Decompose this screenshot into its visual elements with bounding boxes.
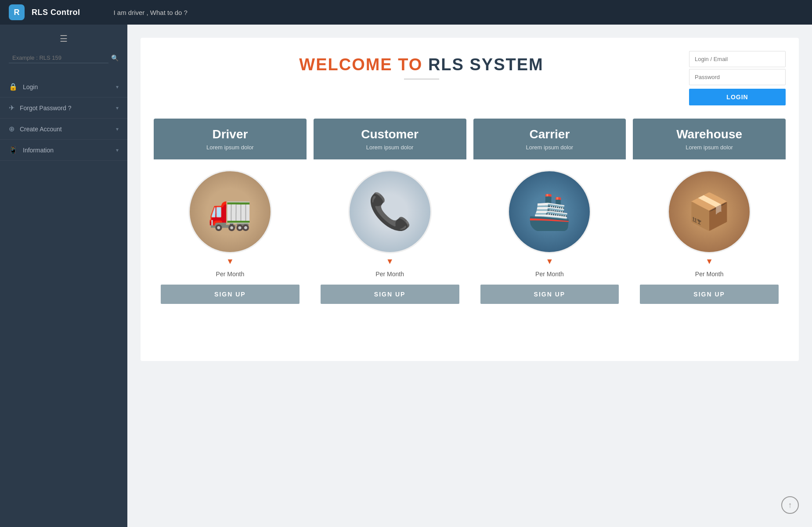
chevron-down-icon-2: ▾ bbox=[116, 105, 119, 111]
customer-image: 📞 bbox=[348, 170, 432, 253]
card-subtitle-warehouse: Lorem ipsum dolor bbox=[642, 144, 777, 151]
carrier-image: 🚢 bbox=[508, 170, 591, 253]
card-header-customer: Customer Lorem ipsum dolor bbox=[314, 119, 466, 159]
sidebar-menu-icon[interactable]: ☰ bbox=[0, 33, 127, 44]
logo-letter: R bbox=[14, 8, 20, 17]
welcome-title-block: WELCOME TO RLS SYSTEM bbox=[154, 51, 689, 79]
card-subtitle-carrier: Lorem ipsum dolor bbox=[482, 144, 617, 151]
sidebar-label-information: Information bbox=[23, 147, 54, 154]
welcome-title-part1: WELCOME TO bbox=[299, 55, 422, 74]
welcome-title: WELCOME TO RLS SYSTEM bbox=[154, 55, 689, 74]
customer-price: Per Month bbox=[375, 271, 404, 278]
mobile-icon: 📱 bbox=[9, 146, 18, 154]
driver-signup-button[interactable]: SIGN UP bbox=[161, 285, 300, 304]
card-header-carrier: Carrier Lorem ipsum dolor bbox=[473, 119, 626, 159]
driver-arrow-icon: ▼ bbox=[226, 257, 234, 266]
card-subtitle-customer: Lorem ipsum dolor bbox=[322, 144, 458, 151]
chevron-down-icon: ▾ bbox=[116, 84, 119, 90]
login-email-input[interactable] bbox=[689, 51, 786, 67]
card-title-customer: Customer bbox=[322, 127, 458, 141]
service-card-carrier: Carrier Lorem ipsum dolor 🚢 ▼ Per Month … bbox=[473, 119, 626, 313]
plus-circle-icon: ⊕ bbox=[9, 125, 14, 133]
logo-icon: R bbox=[9, 4, 25, 20]
welcome-title-part2: RLS SYSTEM bbox=[428, 55, 544, 74]
login-button[interactable]: LOGIN bbox=[689, 89, 786, 105]
bottom-bar bbox=[154, 321, 786, 348]
carrier-signup-button[interactable]: SIGN UP bbox=[480, 285, 619, 304]
cards-grid: Driver Lorem ipsum dolor 🚛 ▼ Per Month S… bbox=[154, 119, 786, 313]
card-title-warehouse: Warehouse bbox=[642, 127, 777, 141]
welcome-header: WELCOME TO RLS SYSTEM LOGIN bbox=[154, 51, 786, 105]
warehouse-price: Per Month bbox=[695, 271, 724, 278]
sidebar-item-create-account[interactable]: ⊕ Create Account ▾ bbox=[0, 119, 127, 140]
hamburger-icon[interactable]: ☰ bbox=[60, 33, 68, 44]
card-subtitle-driver: Lorem ipsum dolor bbox=[162, 144, 298, 151]
header: R RLS Control I am driver , What to do ? bbox=[0, 0, 812, 25]
sidebar-item-forgot-password[interactable]: ✈ Forgot Password ? ▾ bbox=[0, 97, 127, 119]
customer-arrow-icon: ▼ bbox=[386, 257, 394, 266]
arrow-up-icon: ↑ bbox=[788, 501, 792, 510]
content-area: WELCOME TO RLS SYSTEM LOGIN bbox=[127, 25, 812, 527]
warehouse-arrow-icon: ▼ bbox=[705, 257, 713, 266]
service-card-customer: Customer Lorem ipsum dolor 📞 ▼ Per Month… bbox=[314, 119, 466, 313]
chevron-down-icon-4: ▾ bbox=[116, 147, 119, 153]
search-icon: 🔍 bbox=[111, 54, 119, 61]
header-tagline: I am driver , What to do ? bbox=[114, 9, 188, 16]
main-layout: ☰ 🔍 🔒 Login ▾ ✈ Forgot Password ? ▾ ⊕ Cr… bbox=[0, 25, 812, 527]
sidebar-label-login: Login bbox=[23, 83, 38, 90]
lock-icon: 🔒 bbox=[9, 83, 18, 91]
card-title-carrier: Carrier bbox=[482, 127, 617, 141]
chevron-down-icon-3: ▾ bbox=[116, 126, 119, 132]
warehouse-image: 📦 bbox=[668, 170, 751, 253]
send-icon: ✈ bbox=[9, 104, 14, 112]
driver-price: Per Month bbox=[216, 271, 245, 278]
sidebar-label-create-account: Create Account bbox=[20, 126, 62, 133]
welcome-divider bbox=[404, 79, 439, 79]
carrier-price: Per Month bbox=[535, 271, 564, 278]
sidebar-item-information[interactable]: 📱 Information ▾ bbox=[0, 140, 127, 161]
scroll-to-top-button[interactable]: ↑ bbox=[781, 496, 799, 514]
card-header-driver: Driver Lorem ipsum dolor bbox=[154, 119, 307, 159]
search-input[interactable] bbox=[9, 53, 108, 63]
driver-image: 🚛 bbox=[188, 170, 272, 253]
card-title-driver: Driver bbox=[162, 127, 298, 141]
login-password-input[interactable] bbox=[689, 69, 786, 85]
sidebar-item-login[interactable]: 🔒 Login ▾ bbox=[0, 76, 127, 97]
card-header-warehouse: Warehouse Lorem ipsum dolor bbox=[633, 119, 786, 159]
customer-signup-button[interactable]: SIGN UP bbox=[321, 285, 459, 304]
logo-text: RLS Control bbox=[32, 8, 80, 17]
service-card-driver: Driver Lorem ipsum dolor 🚛 ▼ Per Month S… bbox=[154, 119, 307, 313]
carrier-arrow-icon: ▼ bbox=[545, 257, 553, 266]
sidebar-label-forgot-password: Forgot Password ? bbox=[20, 105, 72, 112]
welcome-card: WELCOME TO RLS SYSTEM LOGIN bbox=[141, 38, 799, 361]
warehouse-signup-button[interactable]: SIGN UP bbox=[640, 285, 779, 304]
login-panel: LOGIN bbox=[689, 51, 786, 105]
service-card-warehouse: Warehouse Lorem ipsum dolor 📦 ▼ Per Mont… bbox=[633, 119, 786, 313]
search-bar: 🔍 bbox=[0, 53, 127, 63]
sidebar: ☰ 🔍 🔒 Login ▾ ✈ Forgot Password ? ▾ ⊕ Cr… bbox=[0, 25, 127, 527]
